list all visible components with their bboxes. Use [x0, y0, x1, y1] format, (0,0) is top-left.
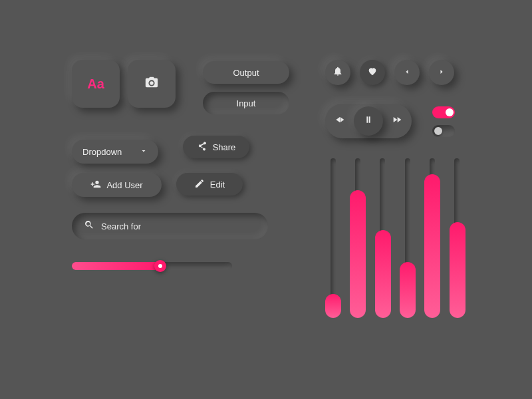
edit-label: Edit [210, 180, 225, 190]
rewind-button[interactable] [334, 114, 345, 128]
camera-icon [144, 75, 159, 92]
eq-bar [325, 294, 341, 318]
dropdown-label: Dropdown [82, 147, 122, 157]
output-label: Output [233, 68, 259, 78]
eq-bar [450, 222, 466, 318]
eq-bar [375, 230, 391, 318]
toggle-on[interactable] [432, 106, 455, 118]
input-label: Input [237, 98, 256, 108]
toggle-off[interactable] [432, 125, 455, 137]
eq-bar [400, 262, 416, 318]
progress-slider[interactable] [72, 262, 232, 270]
eq-slider[interactable] [400, 158, 415, 318]
search-input[interactable]: Search for [72, 213, 268, 239]
add-user-icon [90, 179, 101, 192]
toggle-knob [446, 108, 454, 116]
camera-tile[interactable] [128, 60, 176, 108]
typography-tile[interactable]: Aa [72, 60, 120, 108]
share-icon [197, 141, 207, 154]
eq-slider[interactable] [424, 158, 440, 318]
eq-bar [424, 174, 440, 318]
output-button[interactable]: Output [203, 61, 289, 84]
edit-button[interactable]: Edit [176, 173, 243, 196]
share-button[interactable]: Share [183, 136, 249, 158]
icon-button-row [325, 60, 454, 85]
eq-bar [350, 190, 366, 318]
search-icon [84, 219, 94, 233]
add-user-label: Add User [106, 180, 142, 190]
pencil-icon [194, 178, 205, 191]
slider-fill [72, 262, 160, 270]
chevron-left-icon [403, 66, 411, 78]
chevron-right-icon [438, 66, 446, 78]
heart-icon [367, 66, 378, 79]
play-pause-button[interactable] [354, 106, 383, 136]
chevron-down-icon [140, 147, 148, 157]
eq-slider[interactable] [375, 158, 390, 318]
aa-label: Aa [87, 76, 104, 92]
input-button[interactable]: Input [203, 92, 289, 114]
pause-icon [363, 114, 374, 128]
bell-icon [332, 66, 343, 79]
share-label: Share [213, 142, 236, 152]
bell-button[interactable] [325, 60, 350, 85]
eq-slider[interactable] [450, 158, 465, 318]
add-user-button[interactable]: Add User [72, 173, 162, 197]
next-button[interactable] [429, 60, 454, 85]
toggle-knob [434, 127, 442, 135]
forward-button[interactable] [392, 114, 402, 128]
dropdown[interactable]: Dropdown [72, 140, 158, 164]
eq-slider[interactable] [350, 158, 365, 318]
eq-slider[interactable] [325, 158, 340, 318]
equalizer [325, 158, 465, 318]
search-placeholder: Search for [101, 221, 141, 231]
prev-button[interactable] [394, 60, 420, 85]
heart-button[interactable] [360, 60, 385, 85]
player-controls [325, 104, 412, 138]
slider-thumb[interactable] [154, 260, 166, 272]
